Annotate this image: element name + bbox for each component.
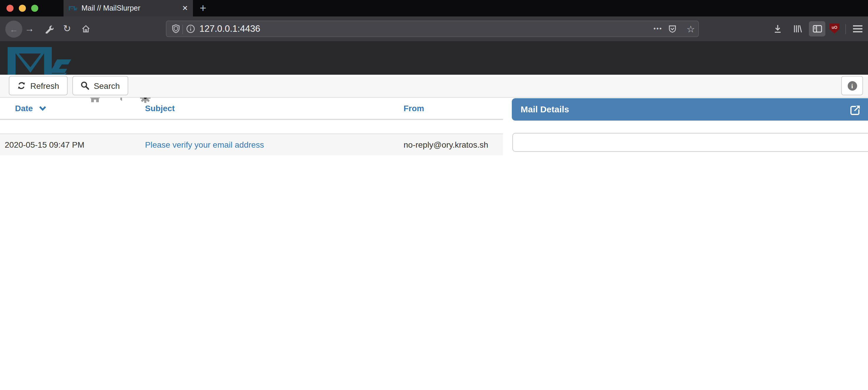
subject-header-label: Subject	[145, 103, 175, 114]
tab-close-icon[interactable]: ✕	[182, 0, 188, 17]
mail-details-body	[513, 133, 868, 152]
screen: Mail // MailSlurper ✕ + ← → ↻ 127.0.0.1:…	[0, 0, 868, 390]
mail-details-title: Mail Details	[521, 98, 569, 121]
window-zoom-button[interactable]	[31, 5, 38, 12]
info-icon: i	[847, 81, 857, 90]
new-tab-button[interactable]: +	[196, 0, 210, 17]
tab-title: Mail // MailSlurper	[82, 4, 140, 12]
site-info-icon[interactable]	[186, 24, 195, 33]
refresh-icon	[18, 81, 26, 90]
info-button[interactable]: i	[841, 76, 863, 95]
home-button-icon[interactable]	[81, 24, 91, 33]
window-close-button[interactable]	[6, 5, 13, 12]
sort-descending-icon	[39, 106, 46, 111]
toolbar-separator	[845, 24, 846, 34]
bookmark-star-icon[interactable]: ☆	[686, 21, 695, 36]
mail-list-table: Date Subject From 2020-05-15 09:47 PM	[0, 98, 503, 156]
browser-tab[interactable]: Mail // MailSlurper ✕	[63, 0, 193, 17]
mailslurper-logo	[8, 47, 71, 78]
library-icon[interactable]	[793, 24, 802, 33]
open-external-icon[interactable]	[849, 104, 861, 117]
url-bar[interactable]: 127.0.0.1:4436 ••• ☆	[166, 21, 699, 37]
urlbar-divider	[182, 25, 183, 34]
search-icon	[81, 81, 90, 90]
tracking-protection-shield-icon[interactable]	[171, 24, 181, 33]
search-label: Search	[94, 81, 120, 90]
mail-from-cell: no-reply@ory.kratos.sh	[399, 134, 503, 156]
date-header-label: Date	[15, 103, 33, 114]
app-toolbar	[0, 75, 868, 98]
column-header-subject[interactable]: Subject	[140, 98, 399, 120]
forward-button[interactable]: →	[25, 17, 34, 41]
mailslurper-favicon	[68, 6, 78, 10]
table-header-row: Date Subject From	[0, 98, 503, 120]
sidebar-toggle-button[interactable]	[809, 21, 825, 36]
column-header-from[interactable]: From	[399, 98, 503, 120]
page-actions-icon[interactable]: •••	[654, 21, 662, 36]
browser-tab-bar: Mail // MailSlurper ✕ +	[0, 0, 868, 17]
search-button[interactable]: Search	[72, 76, 128, 95]
column-header-date[interactable]: Date	[0, 98, 140, 120]
mail-subject-cell: Please verify your email address	[140, 134, 399, 156]
back-button[interactable]: ←	[5, 20, 22, 37]
mail-subject-link[interactable]: Please verify your email address	[145, 140, 264, 150]
wrench-icon[interactable]	[45, 24, 54, 33]
empty-spacer-row	[0, 120, 503, 134]
from-header-label: From	[404, 103, 424, 114]
mail-details-header: Mail Details	[512, 98, 868, 121]
window-minimize-button[interactable]	[19, 5, 26, 12]
menu-icon[interactable]	[853, 25, 862, 32]
mail-date-cell: 2020-05-15 09:47 PM	[0, 134, 140, 156]
reload-button[interactable]: ↻	[62, 17, 72, 41]
sidebar-icon	[812, 24, 822, 33]
refresh-button[interactable]: Refresh	[9, 76, 68, 95]
pocket-icon[interactable]	[668, 24, 677, 33]
mail-row[interactable]: 2020-05-15 09:47 PM Please verify your e…	[0, 134, 503, 156]
downloads-icon[interactable]	[773, 24, 782, 33]
url-text[interactable]: 127.0.0.1:4436	[199, 21, 260, 36]
refresh-label: Refresh	[30, 81, 59, 90]
mailslurper-header	[0, 41, 868, 75]
